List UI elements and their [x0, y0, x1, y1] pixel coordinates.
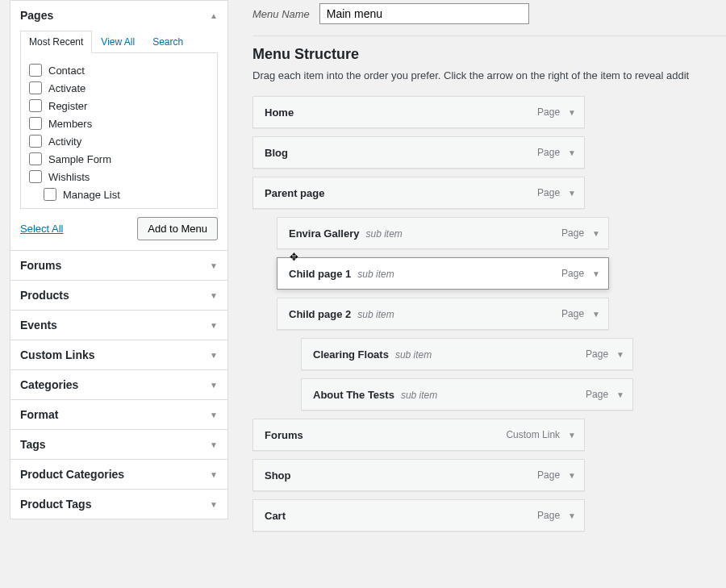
metabox-header[interactable]: Categories▼: [10, 370, 227, 399]
page-checkbox[interactable]: [29, 81, 42, 94]
chevron-down-icon[interactable]: ▼: [592, 269, 600, 278]
chevron-down-icon: ▼: [210, 291, 218, 300]
pages-tabs: Most Recent View All Search: [20, 30, 218, 53]
metabox-title: Events: [20, 319, 57, 332]
page-checkbox[interactable]: [29, 135, 42, 148]
menu-item-title: Parent page: [265, 187, 324, 199]
chevron-down-icon[interactable]: ▼: [568, 471, 576, 480]
chevron-down-icon[interactable]: ▼: [592, 310, 600, 319]
page-checkbox-row[interactable]: Manage List: [29, 186, 209, 203]
chevron-down-icon: ▼: [210, 351, 218, 360]
page-checkbox-row[interactable]: Activity: [29, 132, 209, 150]
menu-item-sub-label: sub item: [401, 390, 437, 401]
page-checkbox-row[interactable]: Activate: [29, 79, 209, 97]
page-checkbox[interactable]: [29, 152, 42, 165]
main-area: Menu Name Menu Structure Drag each item …: [238, 0, 726, 588]
menu-item-type: Page: [586, 348, 608, 360]
metabox-collapsed: Categories▼: [10, 369, 228, 400]
page-checkbox-row[interactable]: Contact: [29, 61, 209, 79]
metabox-pages-body: Most Recent View All Search ContactActiv…: [10, 30, 227, 250]
menu-item[interactable]: HomePage▼: [252, 96, 585, 128]
menu-item[interactable]: Envira Gallerysub itemPage▼: [277, 217, 609, 249]
page-checkbox-label: Sample Form: [48, 153, 111, 165]
add-to-menu-button[interactable]: Add to Menu: [137, 217, 218, 240]
metabox-title: Format: [20, 408, 58, 421]
metabox-header[interactable]: Format▼: [10, 400, 227, 429]
chevron-down-icon: ▼: [210, 411, 218, 419]
menu-item-type: Page: [537, 106, 560, 118]
page-checkbox-row[interactable]: Members: [29, 115, 209, 132]
page-checkbox-row[interactable]: Sample Form: [29, 150, 209, 168]
sidebar: Pages ▲ Most Recent View All Search Cont…: [0, 0, 238, 588]
menu-item-title: Home: [265, 106, 294, 119]
tab-most-recent[interactable]: Most Recent: [20, 31, 92, 53]
menu-item-title: Forums: [265, 429, 303, 441]
menu-item[interactable]: ForumsCustom Link▼: [252, 419, 585, 451]
menu-name-input[interactable]: [319, 3, 529, 24]
menu-item[interactable]: BlogPage▼: [252, 136, 585, 169]
menu-name-label: Menu Name: [252, 8, 310, 20]
menu-item-type: Page: [537, 147, 560, 158]
metabox-header[interactable]: Events▼: [10, 311, 227, 340]
menu-item[interactable]: About The Testssub itemPage▼: [301, 378, 633, 411]
page-checkbox-row[interactable]: Wishlists: [29, 168, 209, 186]
chevron-down-icon[interactable]: ▼: [568, 511, 576, 520]
menu-item[interactable]: CartPage▼: [252, 499, 585, 532]
chevron-down-icon[interactable]: ▼: [568, 189, 576, 198]
metabox-header[interactable]: Product Tags▼: [10, 490, 227, 519]
page-checkbox[interactable]: [29, 99, 42, 112]
page-checkbox-label: Activate: [48, 82, 86, 94]
metabox-collapsed: Events▼: [10, 310, 228, 340]
menu-item[interactable]: Child page 2sub itemPage▼: [277, 298, 609, 330]
metabox-collapsed: Custom Links▼: [10, 340, 228, 370]
menu-item-title: About The Tests: [313, 389, 394, 401]
metabox-collapsed: Forums▼: [10, 251, 228, 281]
menu-item-title: Blog: [265, 147, 288, 159]
metabox-collapsed: Tags▼: [10, 429, 228, 460]
menu-item-type: Page: [561, 268, 584, 279]
menu-item-title: Cart: [265, 510, 286, 522]
metabox-title: Categories: [20, 378, 78, 391]
metabox-header[interactable]: Product Categories▼: [10, 460, 227, 489]
menu-structure-help: Drag each item into the order you prefer…: [252, 69, 726, 81]
menu-item[interactable]: Clearing Floatssub itemPage▼: [301, 338, 633, 370]
metabox-header[interactable]: Custom Links▼: [10, 340, 227, 369]
chevron-down-icon[interactable]: ▼: [616, 350, 624, 359]
menu-items: HomePage▼BlogPage▼Parent pagePage▼Envira…: [252, 96, 726, 532]
page-checkbox[interactable]: [29, 117, 42, 130]
tab-view-all[interactable]: View All: [92, 31, 144, 53]
metabox-header[interactable]: Forums▼: [10, 251, 227, 280]
metabox-title: Product Tags: [20, 498, 91, 511]
pages-list: ContactActivateRegisterMembersActivitySa…: [20, 52, 218, 209]
chevron-down-icon: ▼: [210, 500, 218, 509]
metabox-header[interactable]: Products▼: [10, 281, 227, 310]
menu-item[interactable]: Child page 1sub itemPage▼: [277, 257, 609, 290]
menu-item-type: Custom Link: [506, 429, 560, 440]
menu-item-sub-label: sub item: [357, 309, 394, 320]
menu-item-type: Page: [537, 187, 560, 198]
page-checkbox[interactable]: [29, 64, 42, 77]
page-checkbox[interactable]: [44, 188, 56, 201]
page-checkbox-label: Wishlists: [48, 171, 90, 183]
chevron-down-icon[interactable]: ▼: [568, 148, 576, 157]
page-checkbox-label: Members: [48, 118, 92, 130]
page-checkbox-label: Activity: [48, 136, 81, 148]
chevron-down-icon[interactable]: ▼: [616, 390, 624, 399]
select-all-link[interactable]: Select All: [20, 223, 63, 235]
page-checkbox[interactable]: [29, 170, 42, 183]
menu-item-sub-label: sub item: [365, 228, 402, 240]
menu-item-title: Envira Gallery: [289, 227, 359, 240]
metabox-title: Forums: [20, 259, 61, 272]
menu-item-sub-label: sub item: [357, 269, 394, 280]
chevron-down-icon[interactable]: ▼: [568, 431, 576, 440]
metabox-pages-header[interactable]: Pages ▲: [10, 1, 227, 30]
page-checkbox-row[interactable]: Register: [29, 97, 209, 115]
chevron-down-icon[interactable]: ▼: [592, 229, 600, 238]
metabox-header[interactable]: Tags▼: [10, 430, 227, 459]
menu-name-row: Menu Name: [252, 0, 726, 35]
chevron-down-icon: ▼: [210, 440, 218, 449]
menu-item[interactable]: ShopPage▼: [252, 459, 585, 491]
chevron-down-icon[interactable]: ▼: [568, 108, 576, 117]
menu-item[interactable]: Parent pagePage▼: [252, 177, 585, 209]
tab-search[interactable]: Search: [144, 31, 192, 53]
